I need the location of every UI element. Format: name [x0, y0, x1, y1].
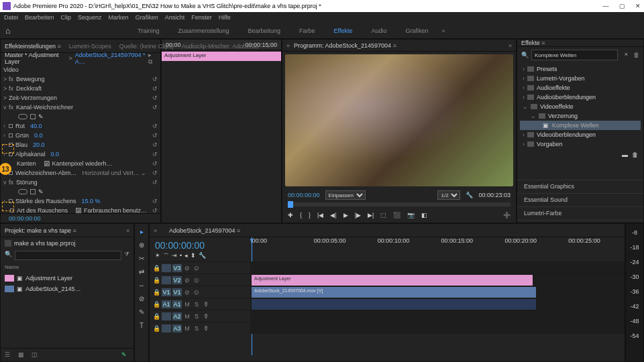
- project-tab[interactable]: Projekt: make a vhs tape: [5, 227, 76, 234]
- keyframe-toggle-icon[interactable]: [9, 199, 13, 203]
- compare-icon[interactable]: ◧: [421, 212, 427, 219]
- side-panel-button[interactable]: Essential Sound: [517, 193, 643, 206]
- maximize-button[interactable]: ▢: [619, 3, 625, 9]
- effect-tree-item[interactable]: ›Videoüberblendungen: [520, 130, 641, 139]
- effect-tree-item[interactable]: ▣Komplexe Wellen: [520, 121, 641, 130]
- keyframe-toggle-icon[interactable]: [9, 152, 13, 156]
- side-panel-button[interactable]: Lumetri-Farbe: [517, 206, 643, 220]
- source-clip-label[interactable]: AdobeStock_214597004 * A…: [75, 52, 146, 65]
- effect-tree-item[interactable]: ⌄Verzerrung: [520, 111, 641, 121]
- ec-tab[interactable]: Lumetri-Scopes: [69, 43, 111, 50]
- list-view-icon[interactable]: ☰: [5, 351, 13, 359]
- tool-button[interactable]: ⇄: [137, 267, 146, 276]
- menu-bearbeiten[interactable]: Bearbeiten: [25, 14, 54, 21]
- workspace-farbe[interactable]: Farbe: [299, 27, 315, 34]
- track-target-button[interactable]: V3: [172, 264, 182, 272]
- button-editor-icon[interactable]: ➕: [503, 212, 511, 219]
- effects-tab[interactable]: Effekte: [521, 40, 545, 46]
- track-target-button[interactable]: A1: [162, 300, 171, 308]
- menu-sequenz[interactable]: Sequenz: [78, 14, 102, 21]
- export-frame-icon[interactable]: 📷: [407, 212, 415, 219]
- program-monitor[interactable]: [285, 54, 513, 186]
- track-target-button[interactable]: V1: [172, 288, 182, 296]
- home-icon[interactable]: ⌂: [5, 26, 10, 36]
- workspace-training[interactable]: Training: [138, 27, 159, 34]
- go-in-icon[interactable]: |◀: [317, 212, 323, 219]
- go-out-icon[interactable]: ▶|: [368, 212, 374, 219]
- project-item[interactable]: ▣AdobeStock_2145…: [5, 284, 129, 294]
- mask-ellipse-icon[interactable]: [18, 114, 28, 119]
- new-item-icon[interactable]: ✎: [121, 351, 129, 359]
- effect-tree-item[interactable]: ⌄Videoeffekte: [520, 102, 641, 111]
- track-target-button[interactable]: V2: [172, 276, 182, 284]
- source-clip[interactable]: Adjustment Layer: [162, 52, 281, 61]
- track-target-button[interactable]: [162, 264, 171, 272]
- workspace-effekte[interactable]: Effekte: [334, 27, 353, 34]
- track-target-button[interactable]: A1: [172, 300, 182, 308]
- timeline-tab[interactable]: AdobeStock_214597004: [169, 227, 240, 234]
- icon-view-icon[interactable]: ▦: [18, 351, 26, 359]
- overflow-icon[interactable]: »: [441, 27, 445, 34]
- track-target-button[interactable]: A3: [172, 324, 182, 333]
- clear-search-icon[interactable]: ×: [625, 51, 628, 58]
- keyframe-toggle-icon[interactable]: [9, 143, 13, 147]
- effect-tree-item[interactable]: ›Lumetri-Vorgaben: [520, 74, 641, 83]
- play-icon[interactable]: ▶: [343, 212, 348, 219]
- workspace-bearbeitung[interactable]: Bearbeitung: [248, 27, 280, 34]
- freeform-view-icon[interactable]: ◫: [32, 351, 40, 359]
- step-fwd-icon[interactable]: |▶: [355, 212, 361, 219]
- menu-ansicht[interactable]: Ansicht: [165, 14, 185, 21]
- folder-icon[interactable]: ▬: [622, 152, 628, 158]
- lift-icon[interactable]: ⬚: [380, 212, 386, 219]
- track-target-button[interactable]: [162, 324, 171, 333]
- mask-ellipse-icon[interactable]: [18, 189, 28, 194]
- tool-button[interactable]: T: [137, 320, 146, 330]
- step-back-icon[interactable]: ◀|: [330, 212, 336, 219]
- column-header[interactable]: Name: [5, 264, 129, 270]
- effect-tree-item[interactable]: ›Presets: [520, 64, 641, 74]
- side-panel-button[interactable]: Essential Graphics: [517, 180, 643, 193]
- tool-button[interactable]: ▸: [137, 227, 146, 236]
- timeline-clip[interactable]: Adjustment Layer: [252, 275, 533, 286]
- timeline-clip[interactable]: AdobeStock_214597004.mov [V]: [252, 287, 536, 298]
- workspace-audio[interactable]: Audio: [371, 27, 386, 34]
- menu-datei[interactable]: Datei: [4, 14, 18, 21]
- tool-button[interactable]: ⊕: [137, 240, 146, 249]
- menu-hilfe[interactable]: Hilfe: [219, 14, 231, 21]
- track-target-button[interactable]: [162, 312, 171, 320]
- program-tab[interactable]: Programm: AdobeStock_214597004: [294, 42, 396, 49]
- wrench-icon[interactable]: 🔧: [466, 192, 473, 198]
- effect-tree-item[interactable]: ›Audioüberblendungen: [520, 93, 641, 102]
- workspace-grafiken[interactable]: Grafiken: [405, 27, 428, 34]
- track-target-button[interactable]: A2: [172, 312, 182, 320]
- filter-icon[interactable]: ⧩: [124, 251, 129, 260]
- effects-search-input[interactable]: [531, 50, 618, 60]
- effect-tree-item[interactable]: ›Vorgaben: [520, 139, 641, 149]
- mark-in-icon[interactable]: {: [300, 212, 302, 219]
- fit-select[interactable]: Einpassen: [325, 190, 366, 200]
- ec-tab[interactable]: Audioclip-Mischer: AdobeSto: [182, 43, 259, 50]
- menu-marken[interactable]: Marken: [109, 14, 129, 21]
- tool-button[interactable]: ↔: [137, 280, 146, 290]
- project-item[interactable]: ▣Adjustment Layer: [5, 273, 129, 284]
- tool-button[interactable]: ✂: [137, 253, 146, 263]
- mask-rect-icon[interactable]: [30, 114, 36, 119]
- timeline-clip[interactable]: [252, 299, 536, 310]
- track-target-button[interactable]: [162, 276, 171, 284]
- resolution-select[interactable]: 1/2: [437, 190, 460, 200]
- extract-icon[interactable]: ⬛: [393, 212, 400, 219]
- project-search-input[interactable]: [15, 251, 121, 260]
- tool-button[interactable]: ✎: [137, 307, 146, 316]
- menu-clip[interactable]: Clip: [61, 14, 72, 21]
- track-target-button[interactable]: V1: [162, 288, 171, 296]
- keyframe-toggle-icon[interactable]: [9, 124, 13, 128]
- ec-tab[interactable]: Quelle: (keine Clips): [119, 43, 174, 50]
- program-tc-left[interactable]: 00:00:00:00: [288, 192, 320, 198]
- trash-icon[interactable]: 🗑: [632, 152, 638, 158]
- add-marker-icon[interactable]: ✚: [288, 212, 293, 219]
- workspace-zusammenstellung[interactable]: Zusammenstellung: [178, 27, 229, 34]
- mask-pen-icon[interactable]: ✎: [38, 113, 44, 120]
- mask-rect-icon[interactable]: [30, 189, 36, 194]
- tool-button[interactable]: ⊘: [137, 294, 146, 303]
- minimize-button[interactable]: —: [602, 3, 609, 9]
